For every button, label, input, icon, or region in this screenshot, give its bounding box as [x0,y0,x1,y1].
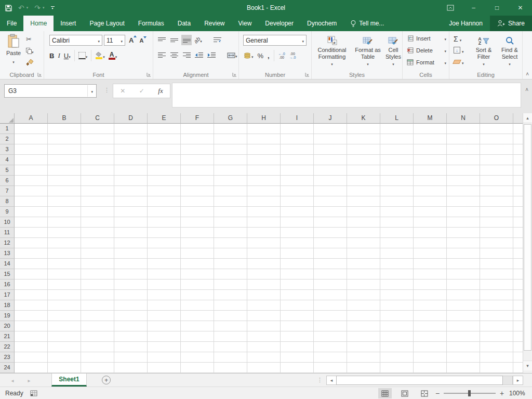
cell-D1[interactable] [114,124,148,134]
cell-partial-12[interactable] [513,238,523,248]
cell-L1[interactable] [380,124,414,134]
cell-E6[interactable] [148,176,181,186]
cell-N7[interactable] [447,186,480,196]
cell-J23[interactable] [314,352,347,363]
clipboard-dialog-launcher-icon[interactable] [37,72,42,77]
cell-N23[interactable] [447,352,480,363]
cell-O22[interactable] [480,342,513,352]
cell-partial-10[interactable] [513,217,523,228]
cell-C20[interactable] [81,321,114,331]
column-header-B[interactable]: B [48,113,81,124]
cell-F18[interactable] [181,300,214,311]
cell-partial-14[interactable] [513,259,523,269]
cell-F6[interactable] [181,176,214,186]
new-sheet-button[interactable]: + [102,376,111,384]
cell-F1[interactable] [181,124,214,134]
cell-H3[interactable] [247,144,281,155]
cell-L5[interactable] [380,165,414,176]
tab-page-layout[interactable]: Page Layout [83,16,131,31]
cell-K2[interactable] [347,134,380,144]
cell-O16[interactable] [480,280,513,290]
zoom-in-button[interactable]: + [500,387,504,399]
cell-M19[interactable] [414,311,447,321]
tab-developer[interactable]: Developer [258,16,300,31]
row-header-15[interactable]: 15 [0,269,15,280]
cell-M22[interactable] [414,342,447,352]
cell-O18[interactable] [480,300,513,311]
redo-dropdown-icon[interactable]: ▾ [43,6,45,10]
cell-L2[interactable] [380,134,414,144]
cell-E21[interactable] [148,331,181,342]
cell-H19[interactable] [247,311,281,321]
sheet-tab-sheet1[interactable]: Sheet1 [51,374,87,387]
cell-O14[interactable] [480,259,513,269]
underline-dropdown-icon[interactable] [69,51,71,60]
cell-I6[interactable] [281,176,314,186]
conditional-formatting-dropdown-icon[interactable] [331,60,333,68]
collapse-ribbon-icon[interactable]: ˄ [526,71,529,77]
comma-style-button[interactable]: , [268,52,270,60]
cell-G6[interactable] [214,176,247,186]
cell-G5[interactable] [214,165,247,176]
cell-O10[interactable] [480,217,513,228]
horizontal-scrollbar-track[interactable] [503,376,513,385]
cell-J6[interactable] [314,176,347,186]
cell-H11[interactable] [247,228,281,238]
cell-partial-17[interactable] [513,290,523,300]
cell-H24[interactable] [247,363,281,373]
cell-D15[interactable] [114,269,148,280]
cell-G19[interactable] [214,311,247,321]
cell-N12[interactable] [447,238,480,248]
column-header-L[interactable]: L [380,113,414,124]
cell-D6[interactable] [114,176,148,186]
cell-B18[interactable] [48,300,81,311]
cell-D12[interactable] [114,238,148,248]
cell-C17[interactable] [81,290,114,300]
cell-L22[interactable] [380,342,414,352]
cell-G20[interactable] [214,321,247,331]
row-header-24[interactable]: 24 [0,363,15,373]
cell-F4[interactable] [181,155,214,165]
column-header-I[interactable]: I [281,113,314,124]
cell-L10[interactable] [380,217,414,228]
cell-I16[interactable] [281,280,314,290]
font-size-select[interactable]: 11 [104,35,125,46]
cell-C4[interactable] [81,155,114,165]
cell-J18[interactable] [314,300,347,311]
wrap-text-button[interactable] [212,35,223,45]
cell-G13[interactable] [214,248,247,259]
cell-G2[interactable] [214,134,247,144]
cell-A5[interactable] [15,165,48,176]
cell-N9[interactable] [447,207,480,217]
cell-M15[interactable] [414,269,447,280]
cell-G3[interactable] [214,144,247,155]
merge-center-button[interactable] [227,50,237,60]
cell-A21[interactable] [15,331,48,342]
cell-L3[interactable] [380,144,414,155]
cell-O17[interactable] [480,290,513,300]
cell-K8[interactable] [347,196,380,207]
paste-dropdown-icon[interactable] [12,56,15,65]
cell-J21[interactable] [314,331,347,342]
cell-O2[interactable] [480,134,513,144]
autosum-button[interactable]: Σ [454,34,464,43]
cell-J22[interactable] [314,342,347,352]
cell-B13[interactable] [48,248,81,259]
cell-N4[interactable] [447,155,480,165]
cell-L9[interactable] [380,207,414,217]
cell-A15[interactable] [15,269,48,280]
tab-insert[interactable]: Insert [54,16,83,31]
cell-G14[interactable] [214,259,247,269]
row-header-2[interactable]: 2 [0,134,15,144]
zoom-level[interactable]: 100% [509,387,525,399]
cell-D8[interactable] [114,196,148,207]
tab-file[interactable]: File [0,16,23,31]
share-button[interactable]: Share [490,16,532,31]
cell-I10[interactable] [281,217,314,228]
underline-button[interactable]: U [64,51,71,60]
cell-I21[interactable] [281,331,314,342]
cell-I8[interactable] [281,196,314,207]
cell-K22[interactable] [347,342,380,352]
shrink-font-button[interactable]: A [137,37,145,44]
select-all-corner[interactable] [0,113,15,124]
